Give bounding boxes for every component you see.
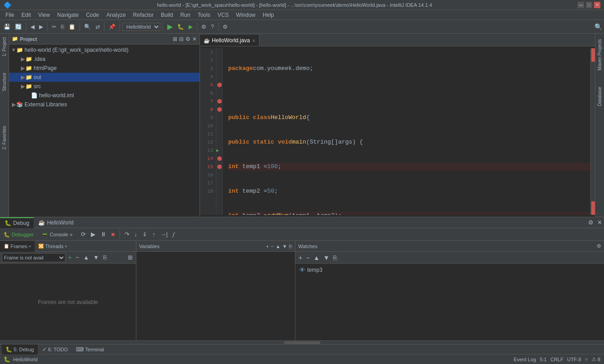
debug-evaluate-btn[interactable]: 𝑓 xyxy=(171,230,176,239)
debug-settings-button[interactable]: ⚙ xyxy=(586,218,595,227)
window-controls[interactable]: — □ ✕ xyxy=(578,2,600,8)
bottom-tab-terminal[interactable]: ⌨ Terminal xyxy=(72,344,108,354)
var-copy-btn[interactable]: ⎘ xyxy=(289,244,292,249)
frame-filter-btn[interactable]: ⊞ xyxy=(126,254,134,261)
project-header-collapse-all[interactable]: ⊟ xyxy=(179,36,184,42)
frame-selector[interactable]: Frame is not avail xyxy=(2,253,65,262)
debug-rerun-btn[interactable]: ⟳ xyxy=(79,230,88,239)
editor-scrollbar[interactable] xyxy=(590,48,595,215)
debugger-tab-btn[interactable]: 🐛 Debugger xyxy=(2,230,35,239)
debug-stop-btn[interactable]: ■ xyxy=(110,230,117,239)
toolbar-cut-button[interactable]: ✂ xyxy=(50,21,58,32)
code-editor[interactable]: 1 2 3 4 5 6 7 8 9 10 11 12 13 14 15 16 1 xyxy=(200,46,595,217)
right-tab-database[interactable]: Database xyxy=(596,83,603,110)
var-remove-btn[interactable]: − xyxy=(271,244,274,249)
tree-item-idea[interactable]: ▶ 📁 .idea xyxy=(9,55,200,64)
status-warnings-btn[interactable]: ⚠ 8 xyxy=(592,356,600,362)
tree-item-htmlpage[interactable]: ▶ 📁 htmlPage xyxy=(9,64,200,73)
toolbar-replace-button[interactable]: ⇄ xyxy=(94,21,102,32)
var-add-btn[interactable]: + xyxy=(266,244,269,249)
toolbar-help-button[interactable]: ? xyxy=(209,21,216,32)
menu-code[interactable]: Code xyxy=(82,10,103,20)
debug-tab-helloworld[interactable]: ☕ HelloWorld xyxy=(34,217,78,228)
run-coverage-button[interactable]: ▶ xyxy=(187,21,195,32)
debug-resume-btn[interactable]: ▶ xyxy=(89,230,97,239)
watch-copy-btn[interactable]: ⎘ xyxy=(332,254,338,262)
tab-close-button[interactable]: ✕ xyxy=(252,38,255,43)
debug-button[interactable]: 🐛 xyxy=(175,21,186,32)
close-button[interactable]: ✕ xyxy=(594,2,600,8)
run-config-dropdown[interactable]: HelloWorld xyxy=(122,23,160,31)
frame-remove-btn[interactable]: − xyxy=(75,254,81,261)
toolbar-find-button[interactable]: 🔍 xyxy=(82,21,93,32)
editor-tab-helloworld[interactable]: ☕ HelloWorld.java ✕ xyxy=(200,35,260,46)
frames-tab[interactable]: 📋 Frames » xyxy=(0,241,35,252)
menu-refactor[interactable]: Refactor xyxy=(130,10,157,20)
code-content[interactable]: package com.youmeek.demo; public class H… xyxy=(223,48,590,215)
watch-add-btn[interactable]: + xyxy=(297,254,304,262)
horizontal-scrollbar[interactable] xyxy=(0,340,604,344)
debug-step-into-btn[interactable]: ↓ xyxy=(133,230,140,239)
frame-add-btn[interactable]: + xyxy=(67,254,73,261)
watch-down-btn[interactable]: ▼ xyxy=(322,254,331,262)
menu-analyze[interactable]: Analyze xyxy=(103,10,130,20)
debug-run-to-cursor-btn[interactable]: →| xyxy=(159,230,170,239)
maximize-button[interactable]: □ xyxy=(586,2,592,8)
var-down-btn[interactable]: ▼ xyxy=(282,244,287,249)
project-header-close[interactable]: ✕ xyxy=(192,36,197,42)
debug-step-over-btn[interactable]: ↷ xyxy=(123,230,131,239)
menu-tools[interactable]: Tools xyxy=(194,10,214,20)
minimize-button[interactable]: — xyxy=(578,2,584,8)
frame-copy-btn[interactable]: ⎘ xyxy=(102,254,108,261)
watch-remove-btn[interactable]: − xyxy=(304,254,311,262)
left-tab-favorites[interactable]: 2: Favorites xyxy=(1,124,8,151)
project-header-settings[interactable]: ⚙ xyxy=(185,36,190,42)
scrollbar-track xyxy=(591,62,595,201)
tree-item-src[interactable]: ▶ 📁 src xyxy=(9,82,200,91)
scrollbar-thumb[interactable] xyxy=(284,341,320,344)
toolbar-forward-button[interactable]: ▶ xyxy=(37,21,45,32)
menu-view[interactable]: View xyxy=(35,10,54,20)
frame-down-btn[interactable]: ▼ xyxy=(92,254,100,261)
status-git-btn[interactable]: ⑂ xyxy=(585,357,588,362)
watches-settings-btn[interactable]: ⚙ xyxy=(597,243,601,249)
toolbar-back-button[interactable]: ◀ xyxy=(29,21,36,32)
menu-help[interactable]: Help xyxy=(259,10,278,20)
watch-up-btn[interactable]: ▲ xyxy=(312,254,321,262)
frame-up-btn[interactable]: ▲ xyxy=(82,254,90,261)
menu-run[interactable]: Run xyxy=(177,10,194,20)
right-tab-maven[interactable]: Maven Projects xyxy=(596,35,603,74)
project-header-expand-all[interactable]: ⊞ xyxy=(173,36,177,42)
menu-build[interactable]: Build xyxy=(157,10,177,20)
toolbar-sync-button[interactable]: 🔄 xyxy=(13,21,24,32)
toolbar-paste-button[interactable]: 📋 xyxy=(67,21,77,32)
toolbar-save-button[interactable]: 💾 xyxy=(2,21,12,32)
tree-item-ext-libs[interactable]: ▶ 📚 External Libraries xyxy=(9,100,200,109)
left-tab-project[interactable]: 1: Project xyxy=(1,35,8,58)
bottom-tab-debug[interactable]: 🐛 5: Debug xyxy=(2,344,38,354)
menu-window[interactable]: Window xyxy=(232,10,259,20)
toolbar-copy-button[interactable]: ⎘ xyxy=(59,21,66,32)
toolbar-sdk-button[interactable]: ⚙ xyxy=(200,21,208,32)
global-search-button[interactable]: 🔍 xyxy=(594,23,602,30)
tree-item-out[interactable]: ▶ 📁 out xyxy=(9,73,200,82)
debug-pause-btn[interactable]: ⏸ xyxy=(99,230,108,239)
toolbar-bookmark-button[interactable]: 📌 xyxy=(107,21,117,32)
tree-item-iml[interactable]: ▶ 📄 hello-world.iml xyxy=(9,91,200,100)
debug-close-button[interactable]: ✕ xyxy=(595,218,604,227)
var-up-btn[interactable]: ▲ xyxy=(275,244,280,249)
console-tab-btn[interactable]: 📟 Console » xyxy=(40,230,75,239)
toolbar-settings-button[interactable]: ⚙ xyxy=(221,21,230,32)
menu-navigate[interactable]: Navigate xyxy=(54,10,82,20)
threads-tab[interactable]: 🔀 Threads » xyxy=(35,241,70,252)
bottom-tab-todo[interactable]: ✓ 6: TODO xyxy=(39,344,72,354)
tree-root[interactable]: ▼ 📁 hello-world (E:\git_work_space\hello… xyxy=(9,45,200,55)
run-button[interactable]: ▶ xyxy=(165,22,175,31)
menu-edit[interactable]: Edit xyxy=(18,10,35,20)
debug-force-step-into-btn[interactable]: ⇓ xyxy=(140,230,149,239)
menu-vcs[interactable]: VCS xyxy=(214,10,233,20)
debug-tab-debug[interactable]: 🐛 Debug xyxy=(0,217,34,228)
menu-file[interactable]: File xyxy=(2,10,18,20)
left-tab-structure[interactable]: Structure xyxy=(1,71,8,93)
debug-step-out-btn[interactable]: ↑ xyxy=(150,230,157,239)
